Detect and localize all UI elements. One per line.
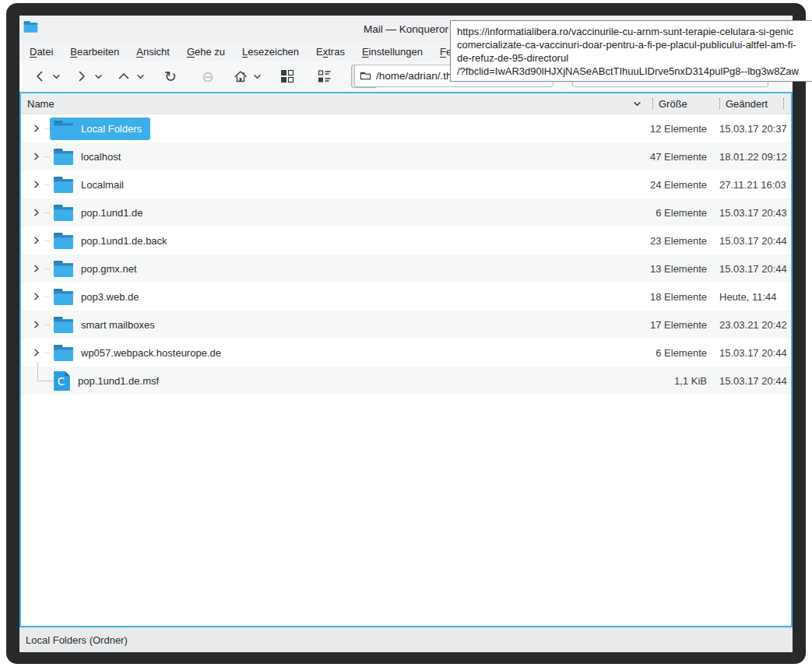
name-cell: Localmail <box>21 170 647 198</box>
home-icon[interactable] <box>230 65 251 88</box>
menu-lesezeichen[interactable]: Lesezeichen <box>234 44 308 59</box>
tree-guide <box>45 353 50 353</box>
url-tooltip-line: /?fbclid=IwAR3d90lHJXjNASeABctTIhuuLIDrv… <box>457 65 812 78</box>
detail-view-icon[interactable] <box>314 65 336 88</box>
expand-arrow-icon[interactable] <box>33 208 42 217</box>
table-row[interactable]: pop.1und1.de 6 Elemente 15.03.17 20:43 <box>21 198 791 226</box>
file-modified: 15.03.17 20:43 <box>714 198 793 226</box>
tree-guide <box>45 269 50 269</box>
location-folder-icon <box>360 70 371 82</box>
row-selection: pop.1und1.de.back <box>50 230 176 252</box>
file-modified: 18.01.22 09:12 <box>714 142 793 170</box>
table-row[interactable]: wp057.webpack.hosteurope.de 6 Elemente 1… <box>21 339 791 367</box>
expand-arrow-icon[interactable] <box>33 236 42 245</box>
file-name: Localmail <box>81 179 124 191</box>
menu-gehe-zu[interactable]: Gehe zu <box>178 44 234 59</box>
tree-guide <box>45 184 50 185</box>
svg-text:C: C <box>58 375 65 388</box>
expand-arrow-icon[interactable] <box>33 152 42 161</box>
url-tooltip-line: https://informatialibera.ro/vaccinurile-… <box>457 25 812 38</box>
name-cell: Local Folders <box>21 114 647 142</box>
table-row[interactable]: C pop.1und1.de.msf 1,1 KiB 15.03.17 20:4… <box>21 367 791 395</box>
table-row[interactable]: Local Folders 12 Elemente 15.03.17 20:37 <box>21 114 791 142</box>
menu-einstellungen[interactable]: Einstellungen <box>353 44 431 59</box>
sort-descending-icon <box>633 100 642 108</box>
up-icon[interactable] <box>113 65 135 88</box>
row-selection: smart mailboxes <box>50 314 163 336</box>
expand-arrow-icon[interactable] <box>33 124 42 133</box>
name-cell: C pop.1und1.de.msf <box>21 367 647 395</box>
table-row[interactable]: pop.1und1.de.back 23 Elemente 15.03.17 2… <box>21 226 791 255</box>
back-icon[interactable] <box>29 65 51 88</box>
column-header-modified[interactable]: Geändert <box>714 93 783 114</box>
table-row[interactable]: smart mailboxes 17 Elemente 23.03.21 20:… <box>21 311 791 339</box>
statusbar: Local Folders (Ordner) <box>19 627 793 652</box>
table-row[interactable]: localhost 47 Elemente 18.01.22 09:12 <box>21 142 791 170</box>
file-name: Local Folders <box>81 123 142 135</box>
expand-arrow-icon[interactable] <box>33 180 42 189</box>
name-cell: wp057.webpack.hosteurope.de <box>21 339 647 367</box>
expand-arrow-icon[interactable] <box>33 320 42 329</box>
tree-guide <box>45 128 50 129</box>
list-header: Name Größe Geändert <box>21 93 791 114</box>
folder-icon <box>53 120 74 138</box>
folder-icon <box>53 316 74 334</box>
home-dropdown-icon[interactable] <box>250 65 264 88</box>
column-header-name[interactable]: Name <box>21 93 647 114</box>
table-row[interactable]: pop3.web.de 18 Elemente Heute, 11:44 <box>21 283 791 311</box>
file-size: 47 Elemente <box>647 142 714 170</box>
reload-icon[interactable]: ↻ <box>160 65 181 88</box>
column-separator <box>652 98 653 109</box>
back-dropdown-icon[interactable] <box>49 65 63 88</box>
menu-ansicht[interactable]: Ansicht <box>128 44 178 59</box>
icon-view-icon[interactable] <box>276 65 298 88</box>
menu-extras[interactable]: Extras <box>308 44 353 59</box>
folder-icon <box>53 148 74 166</box>
forward-dropdown-icon[interactable] <box>91 65 105 88</box>
column-label: Geändert <box>726 98 768 110</box>
forward-icon[interactable] <box>71 65 93 88</box>
folder-icon <box>53 344 74 362</box>
file-c-icon: C <box>53 370 71 391</box>
file-modified: 15.03.17 20:44 <box>714 339 793 367</box>
menu-datei[interactable]: Datei <box>21 44 62 59</box>
column-separator <box>783 98 784 109</box>
expand-arrow-icon[interactable] <box>33 264 42 273</box>
tree-guide <box>45 156 50 157</box>
menu-bearbeiten[interactable]: Bearbeiten <box>62 44 128 59</box>
name-cell: pop.1und1.de <box>21 198 647 226</box>
file-modified: 15.03.17 20:37 <box>714 114 793 142</box>
column-header-size[interactable]: Größe <box>647 93 714 114</box>
folder-icon <box>53 288 74 306</box>
file-name: wp057.webpack.hosteurope.de <box>81 347 221 359</box>
name-cell: smart mailboxes <box>21 311 647 339</box>
folder-icon <box>53 260 74 278</box>
row-selection: pop.1und1.de <box>50 202 152 224</box>
file-size: 6 Elemente <box>647 339 714 367</box>
location-input[interactable]: /home/adrian/.th <box>376 70 452 82</box>
expand-arrow-icon[interactable] <box>33 292 42 301</box>
row-selection: localhost <box>50 146 129 168</box>
url-tooltip-line: comercializate-ca-vaccinuri-doar-pentru-… <box>457 38 812 51</box>
row-selection: pop.gmx.net <box>50 258 146 280</box>
tree-guide <box>45 240 50 241</box>
table-row[interactable]: pop.gmx.net 13 Elemente 15.03.17 20:44 <box>21 255 791 283</box>
file-modified: 15.03.17 20:44 <box>714 226 793 255</box>
tree-guide <box>45 325 50 325</box>
konqueror-window: Mail — Konqueror DateiBearbeitenAnsichtG… <box>6 3 806 664</box>
expand-arrow-icon[interactable] <box>33 348 42 357</box>
tree-guide <box>45 212 50 213</box>
table-row[interactable]: Localmail 24 Elemente 27.11.21 16:03 <box>21 170 791 198</box>
row-selection: wp057.webpack.hosteurope.de <box>50 342 230 364</box>
file-name: pop.1und1.de.msf <box>78 375 159 387</box>
file-name: localhost <box>81 151 121 163</box>
tree-guide <box>45 297 50 297</box>
file-size: 1,1 KiB <box>647 367 714 395</box>
file-size: 24 Elemente <box>647 170 714 198</box>
file-name: pop3.web.de <box>81 291 139 303</box>
column-label: Name <box>27 98 54 110</box>
up-dropdown-icon[interactable] <box>133 65 147 88</box>
file-name: smart mailboxes <box>81 319 155 331</box>
url-tooltip-line: de-refuz-de-95-directorul <box>457 51 812 65</box>
tree-connector <box>37 362 53 381</box>
